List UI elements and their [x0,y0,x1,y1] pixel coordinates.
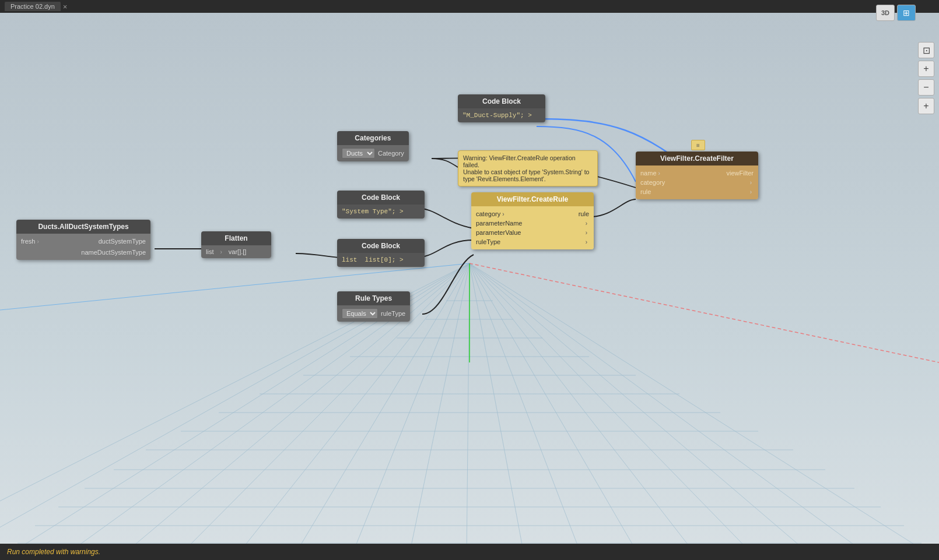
ducts-all-duct-system-types-node[interactable]: Ducts.AllDuctSystemTypes fresh › ductSys… [16,220,150,260]
code-block-3-code: list list[0]; > [342,256,404,263]
create-rule-ruletype-port: ruleType [476,238,500,245]
create-filter-category-port: category [640,179,665,186]
code-block-2-header: Code Block [337,191,425,205]
categories-output-port: Category [378,150,404,157]
flatten-output-port: var[].[] [229,248,247,255]
create-rule-category-row: category › rule [476,209,589,219]
create-filter-name-row: name › viewFilter [640,168,754,178]
rule-types-node[interactable]: Rule Types Equals ruleType [337,291,410,322]
top-right-toolbar: 3D ⊞ [876,5,916,21]
grid-background [0,13,939,544]
3d-view-btn[interactable]: 3D [876,5,895,21]
ducts-output2-row: nameDuctSystemType [21,248,146,257]
top-bar: Practice 02.dyn × [0,0,939,13]
flatten-input-port: list [206,248,213,255]
categories-header: Categories [337,131,409,145]
code-block-1-code: "M_Duct-Supply"; > [463,112,532,119]
categories-node[interactable]: Categories Ducts Category [337,131,409,161]
zoom-out-btn[interactable]: − [918,79,934,96]
code-block-1-header: Code Block [458,94,545,108]
create-rule-paramval-port: parameterValue [476,229,521,236]
code-block-1-body[interactable]: "M_Duct-Supply"; > [458,108,545,122]
status-bar: Run completed with warnings. [0,544,939,560]
create-rule-paramval-row: parameterValue › [476,228,589,237]
flatten-node[interactable]: Flatten list › var[].[] [201,231,271,258]
create-rule-category-port: category [476,210,500,217]
flatten-header: Flatten [201,231,271,245]
view-filter-create-rule-header: ViewFilter.CreateRule [471,192,594,206]
warning-bubble: Warning: ViewFilter.CreateRule operation… [458,150,598,186]
ducts-output2: nameDuctSystemType [81,249,146,256]
view-filter-create-rule-node[interactable]: ViewFilter.CreateRule category › rule pa… [471,192,594,249]
create-filter-name-port: name [640,170,657,177]
create-filter-category-row: category › [640,178,754,187]
status-text: Run completed with warnings. [7,548,100,556]
canvas-area[interactable]: Ducts.AllDuctSystemTypes fresh › ductSys… [0,13,939,544]
code-block-2-code: "System Type"; > [342,208,404,215]
ducts-output1: ductSystemType [99,238,146,245]
rule-types-output-port: ruleType [381,310,405,317]
create-rule-paramname-row: parameterName › [476,219,589,228]
view-filter-create-filter-header: ViewFilter.CreateFilter [636,152,758,165]
create-rule-out-rule: rule [579,210,589,217]
zoom-reset-btn[interactable]: + [918,98,934,114]
rule-types-dropdown[interactable]: Equals [342,308,378,319]
side-toolbar: ⊡ + − + [918,42,934,114]
graph-view-btn[interactable]: ⊞ [897,5,916,21]
tab-close[interactable]: × [63,2,68,11]
categories-dropdown[interactable]: Ducts [342,148,375,159]
rule-types-header: Rule Types [337,291,410,305]
zoom-in-btn[interactable]: + [918,61,934,77]
code-block-1-node[interactable]: Code Block "M_Duct-Supply"; > [458,94,545,122]
tab-title[interactable]: Practice 02.dyn [5,2,61,11]
ducts-node-header: Ducts.AllDuctSystemTypes [16,220,150,234]
create-filter-rule-port: rule [640,188,651,195]
note-lines-icon: ≡ [696,142,700,149]
warning-text-1: Warning: ViewFilter.CreateRule operation… [463,154,576,168]
warning-text-2: Unable to cast object of type 'System.St… [463,168,589,182]
code-block-3-header: Code Block [337,239,425,253]
fit-view-btn[interactable]: ⊡ [918,42,934,58]
ducts-fresh-port: fresh [21,238,35,245]
create-filter-rule-row: rule › [640,187,754,196]
create-rule-ruletype-row: ruleType › [476,237,589,246]
code-block-2-body[interactable]: "System Type"; > [337,205,425,219]
create-filter-out-viewfilter: viewFilter [727,170,754,177]
create-rule-paramname-port: parameterName [476,220,522,227]
note-icon-sticker: ≡ [691,140,705,150]
code-block-3-body[interactable]: list list[0]; > [337,253,425,267]
code-block-2-node[interactable]: Code Block "System Type"; > [337,191,425,219]
view-filter-create-filter-node[interactable]: ViewFilter.CreateFilter name › viewFilte… [636,152,758,199]
ducts-input-row: fresh › ductSystemType [21,237,146,246]
code-block-3-node[interactable]: Code Block list list[0]; > [337,239,425,267]
